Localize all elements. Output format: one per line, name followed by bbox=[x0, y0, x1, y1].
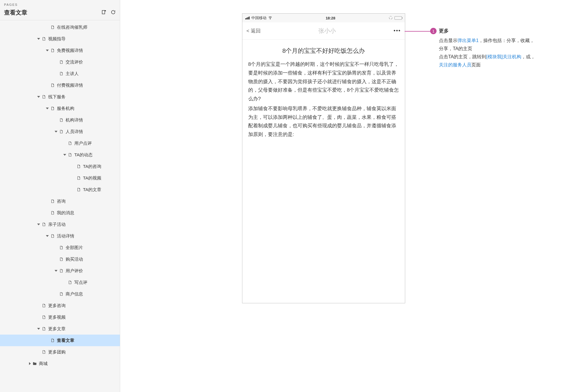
tree-item-label: 主讲人 bbox=[66, 71, 79, 77]
page-icon bbox=[77, 176, 81, 180]
tree-item[interactable]: TA的视频 bbox=[0, 172, 120, 184]
expand-icon[interactable] bbox=[46, 235, 49, 237]
tree-item[interactable]: 更多文章 bbox=[0, 323, 120, 335]
tree-item-label: TA的动态 bbox=[74, 152, 93, 158]
expand-icon[interactable] bbox=[46, 108, 49, 109]
page-icon bbox=[59, 72, 63, 76]
page-title: 查看文章 bbox=[4, 9, 27, 17]
tree-item[interactable]: 免费视频详情 bbox=[0, 45, 120, 56]
tree-item[interactable]: 查看文章 bbox=[0, 335, 120, 346]
tree-item[interactable]: 付费视频详情 bbox=[0, 79, 120, 91]
page-icon bbox=[51, 234, 55, 238]
signal-icon bbox=[245, 17, 250, 19]
refresh-icon[interactable] bbox=[111, 10, 116, 16]
annotation-span: 点击显示 bbox=[439, 38, 457, 43]
expand-icon[interactable] bbox=[55, 131, 57, 133]
page-icon bbox=[51, 199, 55, 203]
expand-icon[interactable] bbox=[37, 96, 40, 98]
page-title-row: 查看文章 bbox=[0, 6, 120, 20]
back-button[interactable]: < 返回 bbox=[246, 28, 261, 34]
page-icon bbox=[68, 153, 72, 157]
tree-item[interactable]: TA的文章 bbox=[0, 184, 120, 195]
tree-item-label: TA的视频 bbox=[83, 175, 101, 181]
tree-item[interactable]: 人员详情 bbox=[0, 126, 120, 137]
tree-item-label: 我的消息 bbox=[57, 210, 74, 216]
article-paragraph: 8个月的宝宝是一个跨越的时期，这个时候的宝宝不一样只吃母乳了，要是时候的添加一些… bbox=[248, 60, 399, 103]
tree-item[interactable]: 商城 bbox=[0, 358, 120, 369]
nav-title: 张小小 bbox=[261, 27, 394, 35]
more-button[interactable]: ••• bbox=[394, 28, 401, 34]
phone-mockup: 中国移动 18:28 < 返回 张小小 ••• 8个月的宝宝不好好吃饭怎么办 8… bbox=[242, 13, 405, 303]
page-icon bbox=[59, 292, 63, 296]
tree-item-label: 商户信息 bbox=[66, 291, 83, 297]
tree-item[interactable]: 机构详情 bbox=[0, 114, 120, 126]
tree-item[interactable]: 视频指导 bbox=[0, 33, 120, 45]
expand-icon[interactable] bbox=[63, 154, 66, 156]
tree-item[interactable]: 活动详情 bbox=[0, 230, 120, 242]
tree-item-label: 服务机构 bbox=[57, 106, 74, 111]
expand-icon[interactable] bbox=[46, 50, 49, 51]
battery-icon bbox=[394, 16, 402, 20]
tree-item[interactable]: 全部图片 bbox=[0, 242, 120, 253]
tree-item[interactable]: 商户信息 bbox=[0, 288, 120, 300]
tree-item[interactable]: 交流评价 bbox=[0, 56, 120, 68]
tree-item-label: 亲子活动 bbox=[48, 222, 66, 227]
wifi-icon bbox=[268, 16, 272, 21]
article-body: 8个月的宝宝是一个跨越的时期，这个时候的宝宝不一样只吃母乳了，要是时候的添加一些… bbox=[242, 60, 405, 139]
tree-item[interactable]: 在线咨询催乳师 bbox=[0, 21, 120, 33]
svg-point-0 bbox=[270, 19, 270, 19]
nav-bar: < 返回 张小小 ••• bbox=[242, 22, 405, 40]
page-icon bbox=[51, 106, 55, 110]
pages-tree[interactable]: 在线咨询催乳师视频指导免费视频详情交流评价主讲人付费视频详情线下服务服务机构机构… bbox=[0, 20, 120, 392]
page-icon bbox=[42, 222, 46, 226]
expand-icon[interactable] bbox=[37, 38, 40, 40]
tree-item[interactable]: 用户点评 bbox=[0, 137, 120, 149]
tree-item[interactable]: 更多团购 bbox=[0, 346, 120, 358]
page-icon bbox=[59, 246, 63, 250]
page-icon bbox=[51, 25, 55, 29]
page-icon bbox=[77, 188, 81, 192]
tree-item[interactable]: TA的动态 bbox=[0, 149, 120, 161]
tree-item-label: 更多咨询 bbox=[48, 303, 66, 308]
tree-item-label: 付费视频详情 bbox=[57, 83, 83, 88]
folder-icon bbox=[33, 362, 37, 366]
page-icon bbox=[68, 141, 72, 145]
page-icon bbox=[42, 37, 46, 41]
tree-item[interactable]: 我的消息 bbox=[0, 207, 120, 219]
svg-point-1 bbox=[389, 16, 392, 19]
tree-item-label: 更多文章 bbox=[48, 326, 66, 332]
tree-item[interactable]: 亲子活动 bbox=[0, 219, 120, 230]
tree-item[interactable]: 服务机构 bbox=[0, 103, 120, 114]
annotation-link-popup[interactable]: 弹出菜单1 bbox=[457, 38, 479, 43]
annotation-link-module[interactable]: [模块我]关注机构 bbox=[486, 54, 521, 59]
page-icon bbox=[42, 95, 46, 99]
tree-item-label: 购买活动 bbox=[66, 257, 83, 262]
page-icon bbox=[59, 257, 63, 261]
expand-icon[interactable] bbox=[37, 328, 40, 330]
article-paragraph: 添加辅食不要影响母乳喂养，不爱吃就更换辅食品种，辅食莫以米面为主，可以添加两种以… bbox=[248, 104, 399, 139]
tree-item-label: 线下服务 bbox=[48, 94, 66, 100]
tree-item-label: 商城 bbox=[39, 361, 48, 366]
expand-icon[interactable] bbox=[37, 224, 40, 225]
tree-item-label: 免费视频详情 bbox=[57, 48, 83, 53]
tree-item-label: TA的文章 bbox=[83, 187, 101, 193]
tree-item[interactable]: TA的咨询 bbox=[0, 161, 120, 172]
page-icon bbox=[42, 350, 46, 354]
tree-item[interactable]: 用户评价 bbox=[0, 265, 120, 277]
tree-item[interactable]: 主讲人 bbox=[0, 68, 120, 79]
annotation-link-staff[interactable]: 关注的服务人员 bbox=[439, 62, 471, 67]
tree-item-label: 更多团购 bbox=[48, 349, 66, 355]
tree-item[interactable]: 线下服务 bbox=[0, 91, 120, 103]
tree-item[interactable]: 写点评 bbox=[0, 277, 120, 288]
expand-icon[interactable] bbox=[55, 270, 57, 272]
page-icon bbox=[51, 338, 55, 342]
export-icon[interactable] bbox=[101, 10, 107, 16]
page-icon bbox=[59, 269, 63, 273]
tree-item-label: 用户点评 bbox=[74, 141, 92, 146]
tree-item[interactable]: 更多咨询 bbox=[0, 300, 120, 311]
expand-icon[interactable] bbox=[29, 362, 31, 365]
tree-item[interactable]: 更多视频 bbox=[0, 311, 120, 323]
tree-item[interactable]: 购买活动 bbox=[0, 253, 120, 265]
tree-item-label: 在线咨询催乳师 bbox=[57, 25, 87, 30]
tree-item[interactable]: 咨询 bbox=[0, 195, 120, 207]
